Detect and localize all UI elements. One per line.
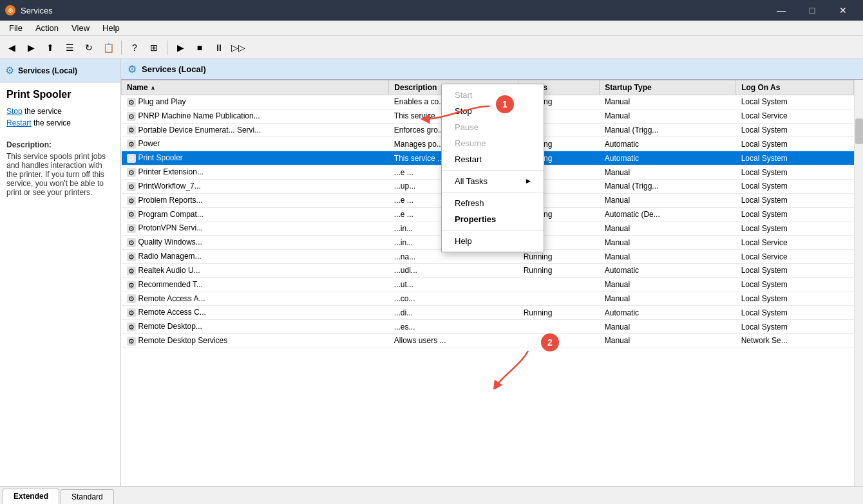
toolbar-export[interactable]: 📋 xyxy=(99,39,117,57)
service-icon: ⚙ xyxy=(127,294,136,303)
sidebar: ⚙ Services (Local) Print Spooler Stop th… xyxy=(0,59,121,486)
service-description-container: Description: This service spools print j… xyxy=(6,140,114,197)
service-icon: ⚙ xyxy=(127,281,136,290)
menu-view[interactable]: View xyxy=(65,22,96,34)
window-title: Services xyxy=(21,6,53,15)
sidebar-title: Services (Local) xyxy=(18,66,77,75)
stop-suffix: the service xyxy=(23,107,62,116)
title-bar-left: ⚙ Services xyxy=(5,5,53,15)
service-icon: ⚙ xyxy=(127,266,136,275)
table-row[interactable]: ⚙Recommended T......ut...ManualLocal Sys… xyxy=(122,277,854,292)
service-icon: ⚙ xyxy=(127,238,136,247)
service-icon: ⚙ xyxy=(127,140,136,149)
scrollbar-thumb[interactable] xyxy=(855,118,863,144)
service-name-title: Print Spooler xyxy=(6,89,114,100)
restart-service-link[interactable]: Restart xyxy=(6,118,32,127)
window-controls: — □ ✕ xyxy=(766,0,858,21)
context-menu-item-pause: Pause xyxy=(442,119,544,135)
content-header-icon: ⚙ xyxy=(128,63,137,75)
context-menu-item-help[interactable]: Help xyxy=(442,233,544,249)
service-icon: ⚙ xyxy=(127,322,136,331)
service-icon: ⚙ xyxy=(127,210,136,219)
service-icon: ⚙ xyxy=(127,337,136,346)
toolbar-up[interactable]: ⬆ xyxy=(41,39,59,57)
context-menu-item-stop[interactable]: Stop xyxy=(442,103,544,119)
scrollbar-track[interactable] xyxy=(854,80,863,486)
restart-suffix: the service xyxy=(32,118,71,127)
stop-service-link-container: Stop the service xyxy=(6,107,114,116)
context-menu-item-properties[interactable]: Properties xyxy=(442,211,544,227)
main-container: ⚙ Services (Local) Print Spooler Stop th… xyxy=(0,59,863,486)
context-menu-separator xyxy=(442,170,544,171)
toolbar-refresh[interactable]: ↻ xyxy=(80,39,98,57)
col-logon[interactable]: Log On As xyxy=(736,80,854,95)
sidebar-icon: ⚙ xyxy=(5,64,14,77)
service-icon: ⚙ xyxy=(127,196,136,205)
table-row[interactable]: ⚙Remote Desktop ServicesAllows users ...… xyxy=(122,334,854,348)
toolbar-console[interactable]: ⊞ xyxy=(145,39,163,57)
bottom-tabs: Extended Standard xyxy=(0,486,863,504)
service-icon: ⚙ xyxy=(127,98,136,107)
content-header: ⚙ Services (Local) xyxy=(121,59,863,80)
service-icon: ⚙ xyxy=(127,224,136,233)
service-icon: ⚙ xyxy=(127,168,136,177)
context-menu-item-all-tasks[interactable]: All Tasks xyxy=(442,173,544,189)
description-title: Description: xyxy=(6,140,114,149)
context-menu-item-start: Start xyxy=(442,87,544,103)
service-icon: ⚙ xyxy=(127,252,136,261)
service-icon: ⚙ xyxy=(127,154,136,163)
context-menu-item-resume: Resume xyxy=(442,135,544,151)
minimize-button[interactable]: — xyxy=(766,0,796,21)
toolbar-pause[interactable]: ⏸ xyxy=(210,39,228,57)
context-menu: StartStopPauseResumeRestartAll TasksRefr… xyxy=(441,84,544,252)
tab-standard[interactable]: Standard xyxy=(61,489,114,504)
toolbar-back[interactable]: ◀ xyxy=(3,39,21,57)
table-row[interactable]: ⚙Remote Desktop......es...ManualLocal Sy… xyxy=(122,320,854,334)
context-menu-item-restart[interactable]: Restart xyxy=(442,151,544,167)
toolbar-details[interactable]: ☰ xyxy=(61,39,79,57)
table-row[interactable]: ⚙Remote Access C......di...RunningAutoma… xyxy=(122,306,854,320)
step-1-circle: 1 xyxy=(496,95,514,113)
service-icon: ⚙ xyxy=(127,182,136,191)
stop-service-link[interactable]: Stop xyxy=(6,107,23,116)
toolbar-restart[interactable]: ▷▷ xyxy=(229,39,247,57)
toolbar-separator-1 xyxy=(121,41,122,55)
service-icon: ⚙ xyxy=(127,112,136,121)
app-icon: ⚙ xyxy=(5,5,15,15)
col-name[interactable]: Name∧ xyxy=(122,80,389,95)
toolbar-play[interactable]: ▶ xyxy=(171,39,189,57)
title-bar: ⚙ Services — □ ✕ xyxy=(0,0,863,21)
content-header-title: Services (Local) xyxy=(142,64,206,74)
maximize-button[interactable]: □ xyxy=(797,0,827,21)
menu-bar: File Action View Help xyxy=(0,21,863,36)
close-button[interactable]: ✕ xyxy=(828,0,858,21)
table-row[interactable]: ⚙Remote Access A......co...ManualLocal S… xyxy=(122,292,854,306)
menu-file[interactable]: File xyxy=(3,22,29,34)
service-icon: ⚙ xyxy=(127,126,136,135)
toolbar-forward[interactable]: ▶ xyxy=(22,39,40,57)
table-row[interactable]: ⚙Realtek Audio U......udi...RunningAutom… xyxy=(122,263,854,277)
step-2-circle: 2 xyxy=(541,333,559,351)
menu-help[interactable]: Help xyxy=(96,22,126,34)
toolbar-stop[interactable]: ■ xyxy=(191,39,209,57)
service-icon: ⚙ xyxy=(127,308,136,317)
context-menu-separator xyxy=(442,192,544,192)
toolbar: ◀ ▶ ⬆ ☰ ↻ 📋 ? ⊞ ▶ ■ ⏸ ▷▷ xyxy=(0,36,863,59)
restart-service-link-container: Restart the service xyxy=(6,118,114,127)
description-text: This service spools print jobs and handl… xyxy=(6,152,114,197)
menu-action[interactable]: Action xyxy=(29,22,65,34)
col-startup[interactable]: Startup Type xyxy=(600,80,736,95)
toolbar-help[interactable]: ? xyxy=(126,39,144,57)
tab-extended[interactable]: Extended xyxy=(3,489,59,504)
sidebar-header: ⚙ Services (Local) xyxy=(0,59,120,82)
toolbar-separator-2 xyxy=(167,41,167,55)
left-panel: Print Spooler Stop the service Restart t… xyxy=(0,82,120,486)
context-menu-item-refresh[interactable]: Refresh xyxy=(442,195,544,211)
content-area: ⚙ Services (Local) Name∧ Description Sta… xyxy=(121,59,863,486)
context-menu-separator xyxy=(442,230,544,230)
